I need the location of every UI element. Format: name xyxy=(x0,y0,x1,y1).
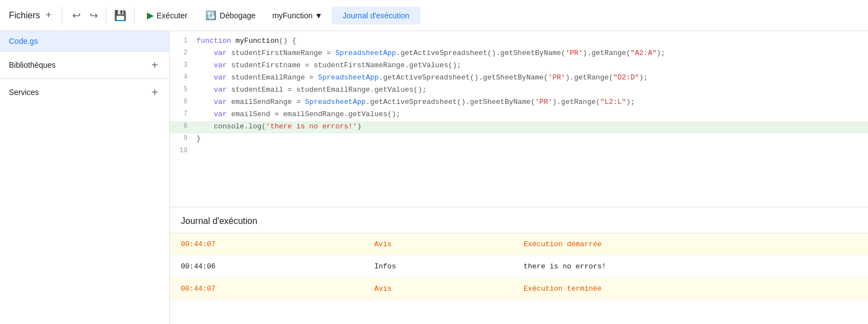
code-line-4: 4 var studentEmailRange = SpreadsheetApp… xyxy=(170,72,868,84)
toolbar-files-section: Fichiers + xyxy=(9,6,62,24)
redo-icon: ↪ xyxy=(90,9,98,22)
debug-button[interactable]: 🔃 Débogage xyxy=(198,7,264,24)
log-cell-message: Exécution terminée xyxy=(512,278,868,300)
journal-button[interactable]: Journal d'exécution xyxy=(332,7,421,24)
main-area: Code.gs Bibliothèques + Services + 1 fun… xyxy=(0,31,868,324)
undo-button[interactable]: ↩ xyxy=(69,6,84,25)
log-cell-level: Avis xyxy=(363,233,512,256)
log-cell-level: Infos xyxy=(363,256,512,278)
redo-button[interactable]: ↪ xyxy=(86,6,101,25)
journal-label: Journal d'exécution xyxy=(343,11,410,20)
function-label: myFunction xyxy=(272,11,312,20)
code-line-8: 8 console.log('there is no errors!') xyxy=(170,121,868,133)
code-line-3: 3 var studentFirstname = studentFirstNam… xyxy=(170,60,868,72)
code-line-7: 7 var emailSend = emailSendRange.getValu… xyxy=(170,109,868,121)
files-title: Fichiers xyxy=(9,11,40,21)
log-cell-message: there is no errors! xyxy=(512,256,868,278)
run-label: Exécuter xyxy=(157,11,188,20)
debug-label: Débogage xyxy=(220,11,256,20)
log-row: 00:44:07AvisExécution terminée xyxy=(170,278,868,300)
save-icon: 💾 xyxy=(114,9,126,22)
content-area: 1 function myFunction() { 2 var studentF… xyxy=(170,31,868,324)
chevron-down-icon: ▼ xyxy=(315,11,323,20)
log-row: 00:44:07AvisExécution démarrée xyxy=(170,233,868,256)
run-button[interactable]: ▶ Exécuter xyxy=(139,7,195,24)
undo-icon: ↩ xyxy=(72,9,81,22)
add-service-button[interactable]: + xyxy=(149,87,160,98)
code-editor[interactable]: 1 function myFunction() { 2 var studentF… xyxy=(170,31,868,207)
code-line-5: 5 var studentEmail = studentEmailRange.g… xyxy=(170,84,868,97)
log-cell-time: 00:44:06 xyxy=(170,256,363,278)
sidebar-item-code-gs[interactable]: Code.gs xyxy=(0,31,169,51)
code-line-6: 6 var emailSendRange = SpreadsheetApp.ge… xyxy=(170,97,868,109)
add-file-icon: + xyxy=(46,9,52,21)
log-panel: Journal d'exécution 00:44:07AvisExécutio… xyxy=(170,207,868,324)
log-cell-time: 00:44:07 xyxy=(170,278,363,300)
log-title: Journal d'exécution xyxy=(170,207,868,233)
run-icon: ▶ xyxy=(147,10,154,21)
log-cell-level: Avis xyxy=(363,278,512,300)
add-library-button[interactable]: + xyxy=(149,59,160,71)
log-table: 00:44:07AvisExécution démarrée00:44:06In… xyxy=(170,233,868,300)
code-line-1: 1 function myFunction() { xyxy=(170,36,868,48)
code-line-2: 2 var studentFirstNameRange = Spreadshee… xyxy=(170,48,868,60)
toolbar-divider-1 xyxy=(106,8,106,23)
log-cell-time: 00:44:07 xyxy=(170,233,363,256)
code-gs-label: Code.gs xyxy=(9,37,38,46)
toolbar-divider-2 xyxy=(134,8,135,23)
sidebar-services-section[interactable]: Services + xyxy=(0,78,169,106)
debug-icon: 🔃 xyxy=(205,10,216,21)
toolbar: Fichiers + ↩ ↪ 💾 ▶ Exécuter 🔃 Débogage m… xyxy=(0,0,868,31)
services-label: Services xyxy=(9,88,39,97)
code-line-10: 10 xyxy=(170,146,868,158)
sidebar-libraries-section[interactable]: Bibliothèques + xyxy=(0,51,169,78)
log-row: 00:44:06Infosthere is no errors! xyxy=(170,256,868,278)
log-cell-message: Exécution démarrée xyxy=(512,233,868,256)
sidebar: Code.gs Bibliothèques + Services + xyxy=(0,31,170,324)
function-selector-button[interactable]: myFunction ▼ xyxy=(265,8,329,23)
save-button[interactable]: 💾 xyxy=(111,6,130,25)
add-file-button[interactable]: + xyxy=(42,6,55,24)
code-line-9: 9 } xyxy=(170,133,868,146)
libraries-label: Bibliothèques xyxy=(9,61,56,69)
